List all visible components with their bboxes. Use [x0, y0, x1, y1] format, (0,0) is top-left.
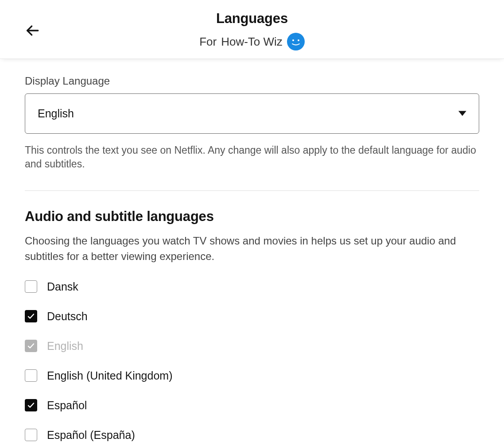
language-label: Dansk [47, 280, 78, 293]
profile-name: How-To Wiz [221, 35, 283, 49]
back-arrow-icon[interactable] [25, 23, 40, 38]
list-item: English [25, 340, 479, 353]
list-item: English (United Kingdom) [25, 369, 479, 382]
language-checkbox [25, 340, 37, 352]
language-label: English (United Kingdom) [47, 369, 172, 382]
svg-marker-3 [458, 111, 466, 116]
audio-subtitle-description: Choosing the languages you watch TV show… [25, 233, 479, 264]
display-language-label: Display Language [25, 75, 479, 87]
language-checkbox[interactable] [25, 369, 37, 382]
page-title: Languages [25, 11, 479, 27]
list-item: Dansk [25, 280, 479, 293]
subtitle-prefix: For [199, 35, 217, 49]
list-item: Español (España) [25, 429, 479, 442]
display-language-helper: This controls the text you see on Netfli… [25, 143, 479, 171]
main-content: Display Language English This controls t… [0, 59, 504, 442]
language-checkbox[interactable] [25, 429, 37, 441]
divider [25, 190, 479, 191]
language-checkbox[interactable] [25, 310, 37, 322]
language-label: Deutsch [47, 310, 88, 323]
display-language-value: English [38, 107, 74, 120]
language-label: English [47, 340, 83, 353]
list-item: Deutsch [25, 310, 479, 323]
display-language-select[interactable]: English [25, 93, 479, 134]
svg-point-1 [292, 39, 294, 41]
language-label: Español (España) [47, 429, 135, 442]
language-checkbox[interactable] [25, 399, 37, 411]
profile-subtitle: For How-To Wiz [199, 33, 305, 50]
list-item: Español [25, 399, 479, 412]
page-header: Languages For How-To Wiz [0, 0, 504, 59]
caret-down-icon [458, 110, 466, 118]
language-checkbox[interactable] [25, 280, 37, 293]
audio-subtitle-title: Audio and subtitle languages [25, 209, 479, 225]
language-list: DanskDeutschEnglishEnglish (United Kingd… [25, 280, 479, 442]
avatar [287, 33, 305, 50]
svg-point-2 [298, 39, 299, 41]
language-label: Español [47, 399, 87, 412]
